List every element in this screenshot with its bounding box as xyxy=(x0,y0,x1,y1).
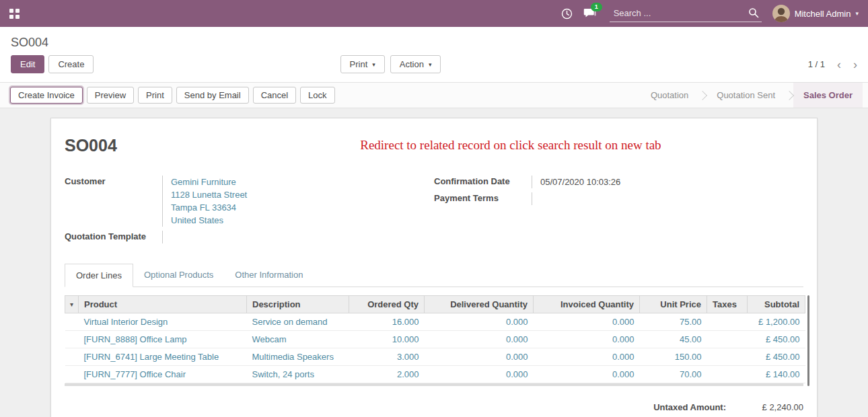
cell-product: [FURN_6741] Large Meeting Table xyxy=(79,348,247,366)
search-icon[interactable] xyxy=(748,7,759,18)
status-step-sales-order[interactable]: Sales Order xyxy=(793,83,863,108)
top-navbar: 1 Mitchell Admin ▾ xyxy=(0,0,868,27)
action-dropdown[interactable]: Action▾ xyxy=(390,55,441,73)
header-description[interactable]: Description xyxy=(247,296,349,313)
cell-unit-price: 75.00 xyxy=(640,313,707,331)
cell-ordered-qty: 16.000 xyxy=(349,313,425,331)
notebook-tabs: Order Lines Optional Products Other Info… xyxy=(65,264,803,287)
search-input[interactable] xyxy=(610,5,762,22)
field-groups: Customer Gemini Furniture 1128 Lunetta S… xyxy=(65,176,803,243)
tab-other-information[interactable]: Other Information xyxy=(224,264,314,287)
tab-order-lines[interactable]: Order Lines xyxy=(65,264,133,287)
untaxed-amount-label: Untaxed Amount: xyxy=(653,402,726,412)
cell-ordered-qty: 3.000 xyxy=(349,348,425,366)
cell-ordered-qty: 10.000 xyxy=(349,331,425,348)
chevron-right-icon xyxy=(698,90,707,100)
column-toggle-caret-icon[interactable]: ▾ xyxy=(65,296,79,313)
message-counter-badge: 1 xyxy=(591,3,602,11)
header-taxes[interactable]: Taxes xyxy=(707,296,748,313)
order-lines-table: ▾ Product Description Ordered Qty Delive… xyxy=(65,295,805,383)
user-menu[interactable]: Mitchell Admin ▾ xyxy=(772,5,859,22)
cell-delivered-qty: 0.000 xyxy=(425,366,534,383)
statusbar: Create Invoice Preview Print Send by Ema… xyxy=(0,82,868,108)
cell-handle xyxy=(65,313,79,331)
cell-taxes xyxy=(707,366,748,383)
cell-taxes xyxy=(707,313,748,331)
cell-taxes xyxy=(707,348,748,366)
table-row[interactable]: [FURN_6741] Large Meeting Table Multimed… xyxy=(65,348,805,366)
center-actions: Print▾ Action▾ xyxy=(340,55,441,73)
preview-button[interactable]: Preview xyxy=(87,87,134,104)
customer-street: 1128 Lunetta Street xyxy=(171,188,434,201)
vertical-scrollbar[interactable] xyxy=(807,295,809,386)
messages-icon[interactable]: 1 xyxy=(583,8,596,19)
create-invoice-button[interactable]: Create Invoice xyxy=(10,87,83,104)
pager-previous-icon[interactable]: ‹ xyxy=(837,59,841,71)
quotation-template-value xyxy=(162,231,434,243)
header-unit-price[interactable]: Unit Price xyxy=(640,296,707,313)
chevron-down-icon: ▾ xyxy=(372,61,375,68)
print-dropdown[interactable]: Print▾ xyxy=(340,55,385,73)
cell-unit-price: 45.00 xyxy=(640,331,707,348)
cell-delivered-qty: 0.000 xyxy=(425,348,534,366)
table-row[interactable]: Virtual Interior Design Service on deman… xyxy=(65,313,805,331)
cell-description: Switch, 24 ports xyxy=(247,366,349,383)
confirmation-date-value: 05/07/2020 10:03:26 xyxy=(532,176,803,188)
chevron-down-icon: ▾ xyxy=(855,10,859,17)
control-panel: Edit Create Print▾ Action▾ 1 / 1 ‹ › xyxy=(0,50,868,82)
lock-button[interactable]: Lock xyxy=(300,87,334,104)
header-subtotal[interactable]: Subtotal xyxy=(748,296,805,313)
cell-product: Virtual Interior Design xyxy=(79,313,247,331)
order-lines-table-wrap: ▾ Product Description Ordered Qty Delive… xyxy=(65,295,803,386)
cell-description: Webcam xyxy=(247,331,349,348)
quotation-template-label: Quotation Template xyxy=(65,231,162,243)
cell-description: Multimedia Speakers xyxy=(247,348,349,366)
customer-value[interactable]: Gemini Furniture 1128 Lunetta Street Tam… xyxy=(162,176,434,227)
tab-optional-products[interactable]: Optional Products xyxy=(133,264,224,287)
cell-invoiced-qty: 0.000 xyxy=(534,348,640,366)
apps-menu-icon[interactable] xyxy=(9,9,20,19)
activities-clock-icon[interactable] xyxy=(561,8,573,20)
content-area: SO004 Redirect to related record on clic… xyxy=(0,108,868,417)
payment-terms-value xyxy=(532,192,803,205)
table-row[interactable]: [FURN_7777] Office Chair Switch, 24 port… xyxy=(65,366,805,383)
send-by-email-button[interactable]: Send by Email xyxy=(176,87,249,104)
totals-row: Untaxed Amount: £ 2,240.00 xyxy=(65,402,803,412)
avatar xyxy=(772,5,790,22)
print-button[interactable]: Print xyxy=(138,87,172,104)
cell-subtotal: £ 1,200.00 xyxy=(748,313,805,331)
cell-invoiced-qty: 0.000 xyxy=(534,331,640,348)
cell-handle xyxy=(65,348,79,366)
create-button[interactable]: Create xyxy=(48,55,94,73)
header-invoiced-quantity[interactable]: Invoiced Quantity xyxy=(534,296,640,313)
status-step-quotation[interactable]: Quotation xyxy=(641,83,698,108)
customer-label: Customer xyxy=(65,176,162,227)
header-delivered-quantity[interactable]: Delivered Quantity xyxy=(425,296,534,313)
confirmation-date-label: Confirmation Date xyxy=(434,176,532,188)
cell-unit-price: 150.00 xyxy=(640,348,707,366)
right-field-group: Confirmation Date 05/07/2020 10:03:26 Pa… xyxy=(434,176,803,205)
edit-create-group: Edit Create xyxy=(11,55,94,73)
cell-subtotal: £ 140.00 xyxy=(748,366,805,383)
header-ordered-qty[interactable]: Ordered Qty xyxy=(349,296,425,313)
chevron-right-icon xyxy=(785,90,794,100)
cancel-button[interactable]: Cancel xyxy=(253,87,296,104)
form-sheet: SO004 Redirect to related record on clic… xyxy=(50,118,818,417)
cell-subtotal: £ 450.00 xyxy=(748,348,805,366)
pager-next-icon[interactable]: › xyxy=(853,59,857,71)
status-steps: Quotation Quotation Sent Sales Order xyxy=(641,83,868,108)
cell-product: [FURN_7777] Office Chair xyxy=(79,366,247,383)
status-step-quotation-sent[interactable]: Quotation Sent xyxy=(707,83,785,108)
breadcrumb: SO004 xyxy=(11,36,48,49)
header-product[interactable]: Product xyxy=(79,296,247,313)
pager: 1 / 1 ‹ › xyxy=(808,59,857,71)
table-row[interactable]: [FURN_8888] Office Lamp Webcam 10.000 0.… xyxy=(65,331,805,348)
sheet-header: SO004 Redirect to related record on clic… xyxy=(65,136,803,155)
customer-name: Gemini Furniture xyxy=(171,176,434,188)
cell-invoiced-qty: 0.000 xyxy=(534,313,640,331)
cell-delivered-qty: 0.000 xyxy=(425,331,534,348)
cell-description: Service on demand xyxy=(247,313,349,331)
cell-subtotal: £ 450.00 xyxy=(748,331,805,348)
cell-delivered-qty: 0.000 xyxy=(425,313,534,331)
edit-button[interactable]: Edit xyxy=(11,55,44,73)
